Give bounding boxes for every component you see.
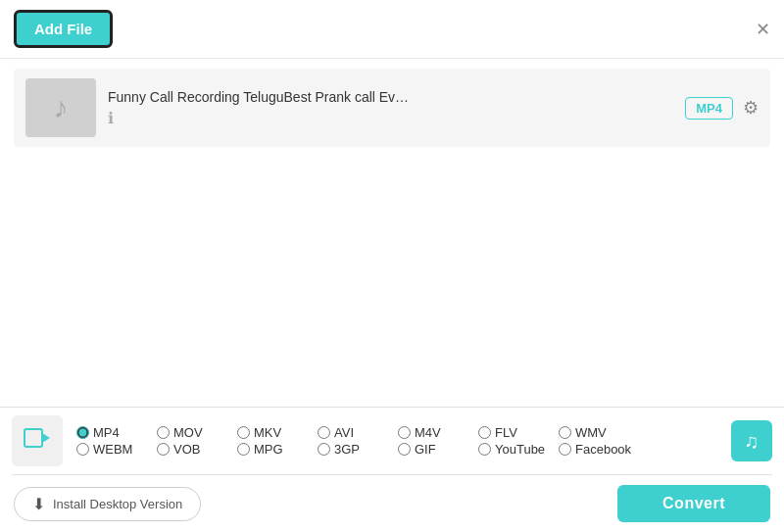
file-info: Funny Call Recording TeluguBest Prank ca…: [108, 89, 673, 127]
file-actions: MP4 ⚙: [685, 97, 759, 120]
gear-icon[interactable]: ⚙: [743, 97, 759, 119]
add-file-button[interactable]: Add File: [14, 10, 113, 48]
convert-button[interactable]: Convert: [617, 485, 770, 522]
music-icon: ♪: [54, 91, 69, 124]
file-name: Funny Call Recording TeluguBest Prank ca…: [108, 89, 673, 105]
format-option-facebook[interactable]: Facebook: [559, 442, 639, 457]
action-bar: ⬇ Install Desktop Version Convert: [0, 475, 784, 532]
format-radio-mov[interactable]: [157, 426, 170, 439]
bottom-panel: MP4 MOV MKV AVI M4V FLV WM: [0, 407, 784, 532]
video-format-icon-box: [12, 415, 63, 466]
format-options: MP4 MOV MKV AVI M4V FLV WM: [76, 425, 721, 457]
format-radio-facebook[interactable]: [559, 443, 571, 456]
video-icon: [24, 424, 51, 458]
format-option-flv[interactable]: FLV: [478, 425, 559, 440]
format-option-mp4[interactable]: MP4: [76, 425, 157, 440]
install-label: Install Desktop Version: [53, 497, 182, 511]
format-option-3gp[interactable]: 3GP: [318, 442, 398, 457]
format-option-mkv[interactable]: MKV: [237, 425, 318, 440]
music-icon-small: ♫: [745, 430, 760, 453]
format-selection-row: MP4 MOV MKV AVI M4V FLV WM: [0, 408, 784, 474]
format-option-gif[interactable]: GIF: [398, 442, 478, 457]
format-radio-gif[interactable]: [398, 443, 411, 456]
file-list: ♪ Funny Call Recording TeluguBest Prank …: [0, 59, 784, 157]
format-radio-3gp[interactable]: [318, 443, 330, 456]
format-row-2: WEBM VOB MPG 3GP GIF YouTube: [76, 442, 721, 457]
format-radio-wmv[interactable]: [559, 426, 571, 439]
format-option-webm[interactable]: WEBM: [76, 442, 157, 457]
format-option-m4v[interactable]: M4V: [398, 425, 478, 440]
format-radio-webm[interactable]: [76, 443, 89, 456]
format-radio-flv[interactable]: [478, 426, 491, 439]
format-option-avi[interactable]: AVI: [318, 425, 398, 440]
format-radio-vob[interactable]: [157, 443, 170, 456]
music-format-icon-box[interactable]: ♫: [731, 420, 772, 461]
format-option-vob[interactable]: VOB: [157, 442, 237, 457]
format-option-mpg[interactable]: MPG: [237, 442, 318, 457]
format-row-1: MP4 MOV MKV AVI M4V FLV WM: [76, 425, 721, 440]
top-bar: Add File ✕: [0, 0, 784, 59]
format-radio-m4v[interactable]: [398, 426, 411, 439]
file-thumbnail: ♪: [25, 78, 96, 137]
format-option-youtube[interactable]: YouTube: [478, 442, 559, 457]
svg-marker-1: [42, 433, 50, 443]
format-option-wmv[interactable]: WMV: [559, 425, 639, 440]
format-option-mov[interactable]: MOV: [157, 425, 237, 440]
file-item: ♪ Funny Call Recording TeluguBest Prank …: [14, 69, 770, 147]
close-button[interactable]: ✕: [756, 21, 770, 38]
format-radio-avi[interactable]: [318, 426, 330, 439]
format-radio-mkv[interactable]: [237, 426, 250, 439]
format-badge[interactable]: MP4: [685, 97, 733, 120]
svg-rect-0: [24, 429, 42, 447]
format-radio-mpg[interactable]: [237, 443, 250, 456]
format-radio-mp4[interactable]: [76, 426, 89, 439]
install-desktop-button[interactable]: ⬇ Install Desktop Version: [14, 487, 201, 521]
format-radio-youtube[interactable]: [478, 443, 491, 456]
info-icon[interactable]: ℹ: [108, 110, 114, 126]
download-icon: ⬇: [32, 495, 45, 513]
